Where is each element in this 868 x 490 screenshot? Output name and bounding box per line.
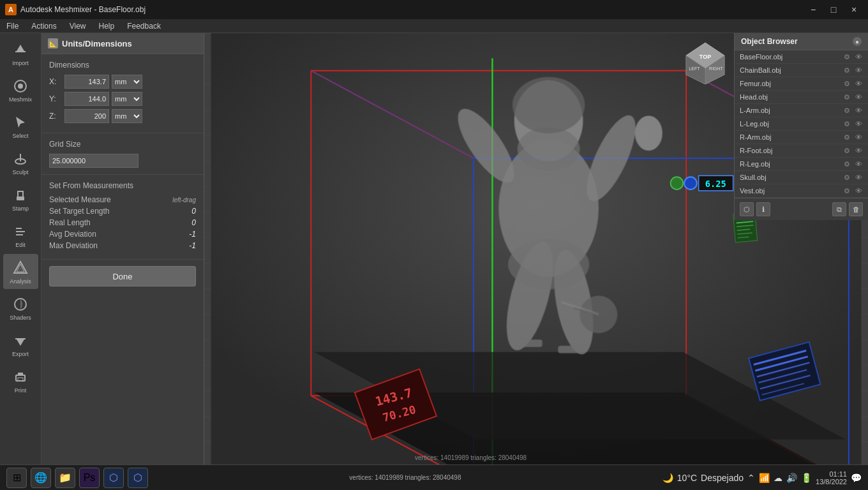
- minimize-button[interactable]: −: [804, 3, 822, 17]
- grid-size-input[interactable]: [49, 154, 138, 168]
- avg-deviation-row: Avg Deviation -1: [49, 230, 196, 239]
- ob-eye-icon-rfoot[interactable]: 👁: [854, 146, 863, 155]
- print-icon: [11, 368, 29, 386]
- ob-settings-icon-skull[interactable]: ⚙: [842, 173, 851, 182]
- selected-measure-row: Selected Measure left-drag: [49, 195, 196, 204]
- y-unit-select[interactable]: mmcmmin: [112, 92, 142, 106]
- app2-button[interactable]: ⬡: [128, 468, 148, 488]
- ob-toggle-all-button[interactable]: ⬡: [740, 202, 754, 216]
- ob-row-rfoot[interactable]: R-Foot.obj ⚙ 👁: [735, 144, 868, 158]
- volume-icon[interactable]: 🔊: [786, 473, 797, 483]
- menu-feedback[interactable]: Feedback: [121, 20, 167, 32]
- meshmixer-taskbar-button[interactable]: ⬡: [103, 468, 124, 488]
- ob-settings-icon-rfoot[interactable]: ⚙: [842, 146, 851, 155]
- titlebar-left: A Autodesk Meshmixer - BaseFloor.obj: [5, 4, 146, 15]
- ob-settings-icon-head[interactable]: ⚙: [842, 93, 851, 101]
- ob-row-chainball[interactable]: ChainBall.obj ⚙ 👁: [735, 64, 868, 77]
- ob-eye-icon-skull[interactable]: 👁: [854, 173, 863, 182]
- sidebar: Import Meshmix Select Sculpt Stamp Edit: [0, 33, 41, 490]
- cloud-icon: ☁: [774, 473, 782, 483]
- start-button[interactable]: ⊞: [6, 468, 27, 488]
- ob-eye-icon-head[interactable]: 👁: [854, 93, 863, 101]
- sidebar-item-print[interactable]: Print: [3, 363, 38, 398]
- grid-size-label: Grid Size: [49, 140, 196, 149]
- avg-deviation-value: -1: [189, 230, 196, 239]
- dimensions-label: Dimensions: [49, 61, 196, 70]
- ob-settings-icon-rarm[interactable]: ⚙: [842, 133, 851, 142]
- set-target-key: Set Target Length: [49, 207, 110, 216]
- shaders-icon: [11, 295, 29, 313]
- sidebar-item-select[interactable]: Select: [3, 108, 38, 144]
- y-value-input[interactable]: [64, 92, 109, 106]
- moon-icon: 🌙: [662, 473, 673, 483]
- sidebar-item-meshmix[interactable]: Meshmix: [3, 72, 38, 107]
- ob-row-rleg[interactable]: R-Leg.obj ⚙ 👁: [735, 158, 868, 171]
- ob-row-femur[interactable]: Femur.obj ⚙ 👁: [735, 77, 868, 91]
- navigation-cube[interactable]: TOP RIGHT LEFT: [683, 40, 728, 84]
- z-unit-select[interactable]: mmcmmin: [112, 109, 142, 123]
- sidebar-item-import[interactable]: Import: [3, 36, 38, 71]
- menu-file[interactable]: File: [0, 20, 25, 32]
- sidebar-item-shaders[interactable]: Shaders: [3, 290, 38, 325]
- ob-eye-icon-vest[interactable]: 👁: [854, 186, 863, 195]
- done-button[interactable]: Done: [49, 266, 196, 286]
- svg-point-43: [513, 77, 585, 133]
- svg-text:6.25: 6.25: [705, 179, 726, 189]
- menu-view[interactable]: View: [63, 20, 93, 32]
- sculpt-icon: [11, 150, 29, 168]
- expand-tray-icon[interactable]: ⌃: [747, 473, 755, 483]
- dimension-x-row: X: mmcmmin: [49, 75, 196, 89]
- ob-settings-icon-larm[interactable]: ⚙: [842, 106, 851, 115]
- sidebar-item-sculpt[interactable]: Sculpt: [3, 145, 38, 180]
- x-value-input[interactable]: [64, 75, 109, 89]
- ob-row-rarm[interactable]: R-Arm.obj ⚙ 👁: [735, 131, 868, 144]
- svg-point-5: [18, 84, 23, 89]
- ob-eye-icon-rleg[interactable]: 👁: [854, 160, 863, 168]
- ob-eye-icon-larm[interactable]: 👁: [854, 106, 863, 115]
- ob-settings-icon-lleg[interactable]: ⚙: [842, 119, 851, 128]
- maximize-button[interactable]: □: [825, 3, 842, 17]
- sidebar-item-stamp[interactable]: Stamp: [3, 181, 38, 216]
- ob-row-skull[interactable]: Skull.obj ⚙ 👁: [735, 171, 868, 184]
- ob-eye-icon-rarm[interactable]: 👁: [854, 133, 863, 142]
- menu-actions[interactable]: Actions: [25, 20, 63, 32]
- measurements-section: Set From Measurements Selected Measure l…: [41, 175, 204, 260]
- close-button[interactable]: ×: [845, 3, 863, 17]
- ob-eye-icon-chainball[interactable]: 👁: [854, 66, 863, 75]
- ob-settings-icon-femur[interactable]: ⚙: [842, 79, 851, 88]
- object-browser-close-button[interactable]: ●: [853, 37, 862, 46]
- select-icon: [11, 114, 29, 131]
- sidebar-item-edit[interactable]: Edit: [3, 218, 38, 253]
- ob-eye-icon-basefloor[interactable]: 👁: [854, 52, 863, 61]
- sidebar-item-analysis[interactable]: Analysis: [3, 254, 38, 289]
- ob-row-basefloor[interactable]: BaseFloor.obj ⚙ 👁: [735, 50, 868, 64]
- ob-eye-icon-femur[interactable]: 👁: [854, 79, 863, 88]
- photoshop-button[interactable]: Ps: [79, 468, 100, 488]
- menu-help[interactable]: Help: [93, 20, 121, 32]
- y-axis-label: Y:: [49, 94, 62, 103]
- ob-eye-icon-lleg[interactable]: 👁: [854, 119, 863, 128]
- ob-info-button[interactable]: ℹ: [756, 202, 770, 216]
- explorer-button[interactable]: 📁: [55, 468, 75, 488]
- panel-header-icon: 📐: [48, 38, 58, 48]
- sidebar-item-export[interactable]: Export: [3, 327, 38, 362]
- ob-delete-button[interactable]: 🗑: [849, 202, 863, 216]
- stamp-icon: [11, 186, 29, 204]
- ob-settings-icon-chainball[interactable]: ⚙: [842, 66, 851, 75]
- set-target-row: Set Target Length 0: [49, 207, 196, 216]
- ob-row-vest[interactable]: Vest.obj ⚙ 👁: [735, 184, 868, 198]
- ob-settings-icon-vest[interactable]: ⚙: [842, 186, 851, 195]
- ob-row-head[interactable]: Head.obj ⚙ 👁: [735, 91, 868, 104]
- grid-size-section: Grid Size: [41, 133, 204, 175]
- ob-row-larm[interactable]: L-Arm.obj ⚙ 👁: [735, 104, 868, 117]
- browser-button[interactable]: 🌐: [31, 468, 51, 488]
- ob-duplicate-button[interactable]: ⧉: [832, 202, 846, 216]
- ob-settings-icon-basefloor[interactable]: ⚙: [842, 52, 851, 61]
- weather-label: Despejado: [701, 473, 744, 483]
- svg-point-46: [635, 115, 662, 151]
- x-unit-select[interactable]: mmcmmin: [112, 75, 142, 89]
- notification-icon[interactable]: 💬: [851, 473, 862, 483]
- z-value-input[interactable]: [64, 109, 109, 123]
- ob-settings-icon-rleg[interactable]: ⚙: [842, 160, 851, 168]
- ob-row-lleg[interactable]: L-Leg.obj ⚙ 👁: [735, 117, 868, 131]
